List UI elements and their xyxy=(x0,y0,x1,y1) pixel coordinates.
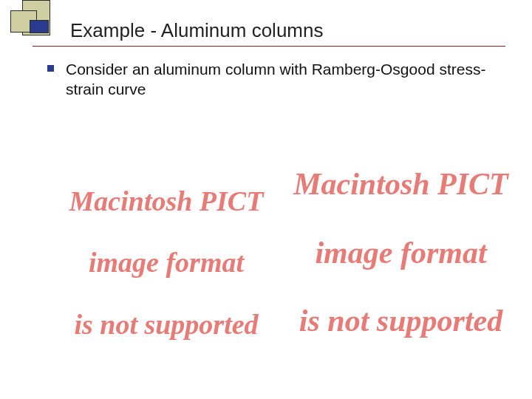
missing-image-placeholder-right: Macintosh PICT image format is not suppo… xyxy=(277,133,525,338)
missing-image-placeholder-left: Macintosh PICT image format is not suppo… xyxy=(48,155,284,341)
placeholder-line: image format xyxy=(315,236,486,270)
placeholder-line: is not supported xyxy=(299,304,502,338)
slide-title: Example - Aluminum columns xyxy=(70,19,323,42)
logo-block-accent xyxy=(30,20,49,33)
placeholder-line: is not supported xyxy=(74,309,258,340)
bullet-text: Consider an aluminum column with Ramberg… xyxy=(66,59,505,100)
placeholder-line: Macintosh PICT xyxy=(69,185,264,216)
square-bullet-icon xyxy=(47,65,54,72)
slide: Example - Aluminum columns Consider an a… xyxy=(0,0,532,399)
bullet-item: Consider an aluminum column with Ramberg… xyxy=(47,59,505,100)
placeholder-line: Macintosh PICT xyxy=(293,167,508,201)
title-underline xyxy=(33,46,505,47)
placeholder-line: image format xyxy=(89,247,244,278)
